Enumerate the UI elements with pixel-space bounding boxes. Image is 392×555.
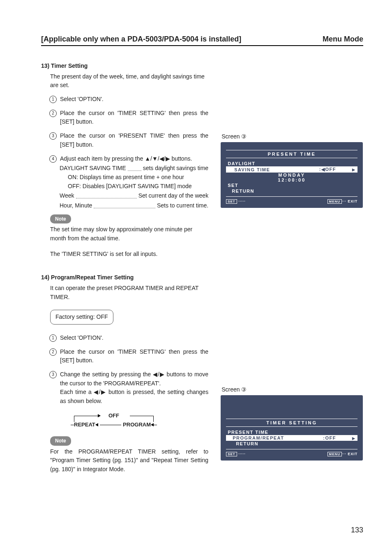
step-text: Place the cursor on 'TIMER SETTING' then…: [60, 109, 208, 127]
cycle-repeat: REPEAT: [74, 421, 95, 429]
osd-row-label: SAVING TIME: [228, 167, 270, 172]
osd-row-label: PROGRAM/REPEAT: [228, 435, 284, 440]
osd-screen-present-time: PRESENT TIME DAYLIGHT SAVING TIME :◀OFF …: [221, 142, 363, 208]
header-left: [Applicable only when a PDA-5003/PDA-500…: [41, 35, 241, 44]
osd-time: 12:00:00: [226, 177, 357, 182]
def-dst-on: ON: Displays time as present time + one …: [68, 173, 208, 182]
page-header: [Applicable only when a PDA-5003/PDA-500…: [41, 35, 363, 46]
arrow-right-icon: ▶: [352, 168, 355, 172]
factory-setting-box: Factory setting: OFF: [50, 310, 113, 325]
circled-num: 4: [49, 155, 57, 163]
s13-step2: 2 Place the cursor on 'TIMER SETTING' th…: [49, 109, 208, 127]
def-dst: DAYLIGHT SAVING TIME sets daylight savin…: [60, 164, 208, 173]
note-badge: Note: [50, 214, 71, 224]
step-text: Change the setting by pressing the ◀/▶ b…: [60, 370, 208, 388]
circled-num: 3: [49, 371, 57, 378]
s13-step1: 1 Select 'OPTION'.: [49, 95, 208, 104]
def-hm: Hour, Minute Sets to current time.: [60, 201, 208, 210]
def-name: Week: [60, 191, 74, 200]
step-text: Select 'OPTION'.: [60, 95, 208, 104]
osd-row-value: :OFF: [323, 435, 336, 440]
cycle-diagram: OFF REPEAT PROGRAM: [71, 412, 157, 429]
def-val: Sets to current time.: [157, 201, 208, 210]
menu-key-icon: MENU: [327, 199, 342, 204]
circled-num: 3: [49, 132, 57, 140]
step-text: Place the cursor on 'PRESENT TIME' then …: [60, 131, 208, 149]
s14-note-text: For the PROGRAM/REPEAT TIMER setting, re…: [50, 447, 208, 474]
s13-note-text: The set time may slow by approximately o…: [50, 225, 208, 243]
set-key-icon: SET: [226, 199, 237, 204]
section14-intro: It can operate the preset PROGRAM TIMER …: [50, 284, 208, 302]
circled-num: 2: [49, 110, 57, 117]
osd-day: MONDAY: [226, 173, 357, 177]
page-number: 133: [351, 526, 363, 534]
osd2-caption: Screen ③: [221, 386, 363, 393]
header-right: Menu Mode: [323, 35, 363, 44]
osd-selected-row[interactable]: PROGRAM/REPEAT :OFF ▶: [226, 435, 357, 441]
section14-heading: 14) Program/Repeat Timer Setting: [41, 273, 208, 282]
note-badge: Note: [50, 436, 71, 446]
osd-return: RETURN: [228, 189, 254, 193]
s13-closing: The 'TIMER SETTING' is set for all input…: [50, 250, 208, 259]
osd-exit: ··· EXIT: [342, 199, 357, 203]
s14-step3: 3 Change the setting by pressing the ◀/▶…: [49, 370, 208, 406]
menu-key-icon: MENU: [327, 452, 342, 456]
def-name: DAYLIGHT SAVING TIME: [60, 164, 126, 173]
s14-step1: 1 Select 'OPTION'.: [49, 334, 208, 343]
cycle-program: PROGRAM: [123, 421, 151, 429]
osd-screen-timer-setting: TIMER SETTING PRESENT TIME PROGRAM/REPEA…: [221, 395, 363, 461]
osd1-caption: Screen ③: [221, 133, 363, 140]
osd-footer: SET ····· MENU··· EXIT: [226, 199, 357, 203]
osd-row-label: PRESENT TIME: [228, 430, 268, 435]
step-text: Each time a ◀/▶ button is pressed, the s…: [60, 388, 208, 405]
osd-set: SET: [228, 183, 238, 188]
step-text: Select 'OPTION'.: [60, 334, 208, 343]
set-key-icon: SET: [226, 452, 237, 456]
osd-title: PRESENT TIME: [226, 150, 357, 158]
s14-step2: 2 Place the cursor on 'TIMER SETTING' th…: [49, 348, 208, 365]
osd-return: RETURN: [228, 441, 258, 446]
section13-heading: 13) Timer Setting: [41, 62, 208, 71]
osd-row-value: :◀OFF: [319, 167, 336, 172]
osd-title: TIMER SETTING: [226, 419, 357, 427]
osd-exit: ··· EXIT: [342, 452, 357, 456]
circled-num: 1: [49, 96, 57, 103]
def-val: sets daylight savings time: [143, 164, 209, 173]
osd-selected-row[interactable]: SAVING TIME :◀OFF ▶: [226, 166, 357, 173]
circled-num: 2: [49, 348, 57, 356]
cycle-off: OFF: [106, 412, 122, 420]
arrow-right-icon: ▶: [352, 436, 355, 440]
osd-footer: SET ····· MENU··· EXIT: [226, 452, 357, 456]
def-name: Hour, Minute: [60, 201, 92, 210]
s13-step3: 3 Place the cursor on 'PRESENT TIME' the…: [49, 131, 208, 149]
circled-num: 1: [49, 334, 57, 342]
osd-row-label: DAYLIGHT: [228, 161, 255, 166]
section13-intro: The present day of the week, time, and d…: [50, 72, 208, 90]
step-text: Place the cursor on 'TIMER SETTING' then…: [60, 348, 208, 365]
